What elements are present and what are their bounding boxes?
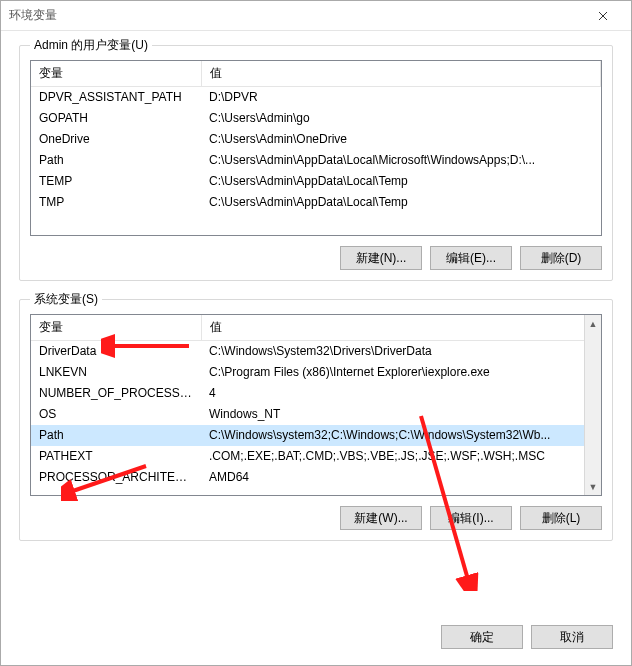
titlebar: 环境变量: [1, 1, 631, 31]
system-col-var[interactable]: 变量: [31, 315, 201, 341]
table-row[interactable]: TMPC:\Users\Admin\AppData\Local\Temp: [31, 192, 601, 213]
user-col-val[interactable]: 值: [201, 61, 601, 87]
user-vars-table-wrap: 变量 值 DPVR_ASSISTANT_PATHD:\DPVRGOPATHC:\…: [30, 60, 602, 236]
val-cell: AMD64: [201, 467, 601, 488]
var-cell: OneDrive: [31, 129, 201, 150]
system-scrollbar[interactable]: ▲ ▼: [584, 315, 601, 495]
scroll-up-icon[interactable]: ▲: [585, 315, 601, 332]
system-vars-table[interactable]: 变量 值 DriverDataC:\Windows\System32\Drive…: [31, 315, 601, 488]
table-row[interactable]: OneDriveC:\Users\Admin\OneDrive: [31, 129, 601, 150]
user-buttons-row: 新建(N)... 编辑(E)... 删除(D): [30, 246, 602, 270]
table-row[interactable]: PATHEXT.COM;.EXE;.BAT;.CMD;.VBS;.VBE;.JS…: [31, 446, 601, 467]
val-cell: C:\Users\Admin\AppData\Local\Temp: [201, 171, 601, 192]
scroll-down-icon[interactable]: ▼: [585, 478, 601, 495]
val-cell: C:\Users\Admin\AppData\Local\Temp: [201, 192, 601, 213]
var-cell: GOPATH: [31, 108, 201, 129]
val-cell: C:\Users\Admin\OneDrive: [201, 129, 601, 150]
var-cell: TEMP: [31, 171, 201, 192]
table-row[interactable]: OSWindows_NT: [31, 404, 601, 425]
close-icon: [598, 11, 608, 21]
user-vars-legend: Admin 的用户变量(U): [30, 37, 152, 54]
table-row[interactable]: DPVR_ASSISTANT_PATHD:\DPVR: [31, 87, 601, 108]
table-row[interactable]: PathC:\Users\Admin\AppData\Local\Microso…: [31, 150, 601, 171]
val-cell: 4: [201, 383, 601, 404]
table-row[interactable]: GOPATHC:\Users\Admin\go: [31, 108, 601, 129]
var-cell: OS: [31, 404, 201, 425]
var-cell: PATHEXT: [31, 446, 201, 467]
system-delete-button[interactable]: 删除(L): [520, 506, 602, 530]
dialog-buttons: 确定 取消: [1, 615, 631, 665]
var-cell: Path: [31, 425, 201, 446]
table-row[interactable]: PROCESSOR_ARCHITECT...AMD64: [31, 467, 601, 488]
var-cell: NUMBER_OF_PROCESSORS: [31, 383, 201, 404]
system-new-button[interactable]: 新建(W)...: [340, 506, 422, 530]
close-button[interactable]: [583, 2, 623, 30]
table-row[interactable]: NUMBER_OF_PROCESSORS4: [31, 383, 601, 404]
cancel-button[interactable]: 取消: [531, 625, 613, 649]
val-cell: .COM;.EXE;.BAT;.CMD;.VBS;.VBE;.JS;.JSE;.…: [201, 446, 601, 467]
val-cell: D:\DPVR: [201, 87, 601, 108]
var-cell: TMP: [31, 192, 201, 213]
env-vars-window: 环境变量 Admin 的用户变量(U) 变量 值 DPVR_ASSISTANT_…: [0, 0, 632, 666]
user-edit-button[interactable]: 编辑(E)...: [430, 246, 512, 270]
var-cell: PROCESSOR_ARCHITECT...: [31, 467, 201, 488]
var-cell: DriverData: [31, 341, 201, 362]
window-title: 环境变量: [9, 7, 583, 24]
system-vars-legend: 系统变量(S): [30, 291, 102, 308]
val-cell: C:\Windows\system32;C:\Windows;C:\Window…: [201, 425, 601, 446]
user-new-button[interactable]: 新建(N)...: [340, 246, 422, 270]
val-cell: C:\Users\Admin\AppData\Local\Microsoft\W…: [201, 150, 601, 171]
val-cell: C:\Users\Admin\go: [201, 108, 601, 129]
table-row[interactable]: PathC:\Windows\system32;C:\Windows;C:\Wi…: [31, 425, 601, 446]
system-vars-table-wrap: 变量 值 DriverDataC:\Windows\System32\Drive…: [30, 314, 602, 496]
system-buttons-row: 新建(W)... 编辑(I)... 删除(L): [30, 506, 602, 530]
ok-button[interactable]: 确定: [441, 625, 523, 649]
system-vars-group: 系统变量(S) 变量 值 DriverDataC:\Windows\System…: [19, 299, 613, 541]
system-edit-button[interactable]: 编辑(I)...: [430, 506, 512, 530]
table-row[interactable]: DriverDataC:\Windows\System32\Drivers\Dr…: [31, 341, 601, 362]
var-cell: LNKEVN: [31, 362, 201, 383]
table-row[interactable]: LNKEVNC:\Program Files (x86)\Internet Ex…: [31, 362, 601, 383]
content-area: Admin 的用户变量(U) 变量 值 DPVR_ASSISTANT_PATHD…: [1, 31, 631, 615]
user-col-var[interactable]: 变量: [31, 61, 201, 87]
system-col-val[interactable]: 值: [201, 315, 601, 341]
user-delete-button[interactable]: 删除(D): [520, 246, 602, 270]
val-cell: Windows_NT: [201, 404, 601, 425]
val-cell: C:\Program Files (x86)\Internet Explorer…: [201, 362, 601, 383]
var-cell: DPVR_ASSISTANT_PATH: [31, 87, 201, 108]
user-vars-table[interactable]: 变量 值 DPVR_ASSISTANT_PATHD:\DPVRGOPATHC:\…: [31, 61, 601, 213]
table-row[interactable]: TEMPC:\Users\Admin\AppData\Local\Temp: [31, 171, 601, 192]
user-vars-group: Admin 的用户变量(U) 变量 值 DPVR_ASSISTANT_PATHD…: [19, 45, 613, 281]
var-cell: Path: [31, 150, 201, 171]
val-cell: C:\Windows\System32\Drivers\DriverData: [201, 341, 601, 362]
